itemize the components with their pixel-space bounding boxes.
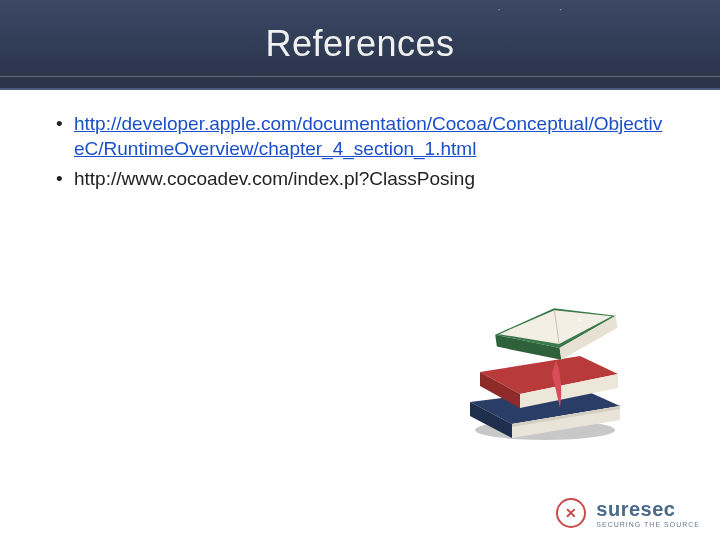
books-illustration <box>460 290 630 440</box>
reference-text: http://www.cocoadev.com/index.pl?ClassPo… <box>74 168 475 189</box>
list-item: http://www.cocoadev.com/index.pl?ClassPo… <box>50 167 670 192</box>
slide-title: References <box>265 23 454 65</box>
logo-tagline: SECURING THE SOURCE <box>596 521 700 528</box>
reference-link[interactable]: http://developer.apple.com/documentation… <box>74 113 662 159</box>
svg-point-2 <box>578 318 582 322</box>
list-item: http://developer.apple.com/documentation… <box>50 112 670 161</box>
content-area: http://developer.apple.com/documentation… <box>0 90 720 192</box>
svg-point-1 <box>501 305 507 311</box>
decorative-stars: · · <box>498 4 590 15</box>
logo-brand: suresec <box>596 499 700 519</box>
footer-logo: ✕ suresec SECURING THE SOURCE <box>556 498 700 528</box>
title-band: · · References <box>0 0 720 90</box>
reference-list: http://developer.apple.com/documentation… <box>50 112 670 192</box>
logo-icon: ✕ <box>556 498 586 528</box>
